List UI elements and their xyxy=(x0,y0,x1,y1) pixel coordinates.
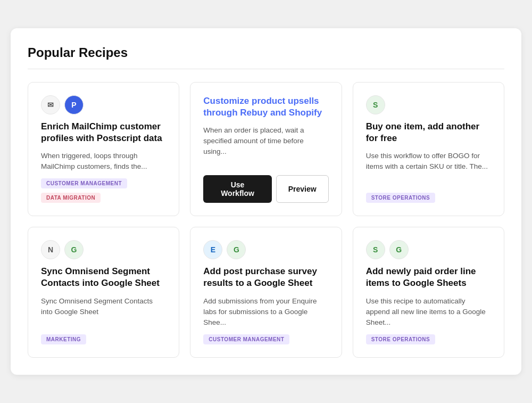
card-tags: MARKETING xyxy=(41,334,166,344)
card-description: Add submissions from your Enquire labs f… xyxy=(203,296,328,328)
card-icon-1: ✉ xyxy=(41,95,60,114)
use-workflow-button[interactable]: Use Workflow xyxy=(203,175,271,203)
card-title: Customize product upsells through Rebuy … xyxy=(203,95,328,119)
recipe-card-3[interactable]: SBuy one item, add another for freeUse t… xyxy=(353,82,504,217)
card-icon-2: P xyxy=(64,95,84,114)
card-icon-2: G xyxy=(227,240,246,259)
card-tags: STORE OPERATIONS xyxy=(366,193,491,203)
recipe-card-4[interactable]: NGSync Omnisend Segment Contacts into Go… xyxy=(28,227,179,358)
recipe-card-5[interactable]: EGAdd post purchase survey results to a … xyxy=(190,227,342,358)
recipes-grid: ✉PEnrich MailChimp customer profiles wit… xyxy=(28,82,504,358)
card-tag: STORE OPERATIONS xyxy=(366,334,435,344)
card-title: Enrich MailChimp customer profiles with … xyxy=(41,121,166,144)
card-tag: DATA MIGRATION xyxy=(41,193,101,203)
card-tag: MARKETING xyxy=(41,334,86,344)
card-icon-1: N xyxy=(41,240,60,259)
card-title: Buy one item, add another for free xyxy=(366,121,491,144)
card-tag: STORE OPERATIONS xyxy=(366,193,435,203)
card-description: When an order is placed, wait a specifie… xyxy=(203,125,328,165)
page-title: Popular Recipes xyxy=(28,45,504,60)
card-description: Use this recipe to automatically append … xyxy=(366,296,491,328)
card-icon-2: G xyxy=(64,240,84,259)
recipe-card-2[interactable]: Customize product upsells through Rebuy … xyxy=(190,82,342,217)
recipe-card-6[interactable]: SGAdd newly paid order line items to Goo… xyxy=(353,227,504,358)
card-title: Add post purchase survey results to a Go… xyxy=(203,266,328,289)
card-icons: EG xyxy=(203,240,328,259)
card-tag: CUSTOMER MANAGEMENT xyxy=(41,178,127,188)
divider xyxy=(28,69,504,69)
card-tags: CUSTOMER MANAGEMENTDATA MIGRATION xyxy=(41,178,166,203)
card-tag: CUSTOMER MANAGEMENT xyxy=(203,334,289,344)
card-icons: NG xyxy=(41,240,166,259)
card-title: Sync Omnisend Segment Contacts into Goog… xyxy=(41,266,166,289)
card-description: When triggered, loops through MailChimp … xyxy=(41,151,166,172)
preview-button[interactable]: Preview xyxy=(276,175,329,203)
card-actions: Use WorkflowPreview xyxy=(203,175,328,203)
card-icons: ✉P xyxy=(41,95,166,114)
main-container: Popular Recipes ✉PEnrich MailChimp custo… xyxy=(11,28,521,375)
card-description: Sync Omnisend Segment Contacts into Goog… xyxy=(41,296,166,328)
card-icon-1: S xyxy=(366,240,385,259)
card-title: Add newly paid order line items to Googl… xyxy=(366,266,491,289)
card-tags: STORE OPERATIONS xyxy=(366,334,491,344)
recipe-card-1[interactable]: ✉PEnrich MailChimp customer profiles wit… xyxy=(28,82,179,217)
card-icon-1: S xyxy=(366,95,385,114)
card-icon-1: E xyxy=(203,240,222,259)
card-icons: SG xyxy=(366,240,491,259)
card-icons: S xyxy=(366,95,491,114)
card-tags: CUSTOMER MANAGEMENT xyxy=(203,334,328,344)
card-description: Use this workflow to offer BOGO for item… xyxy=(366,151,491,187)
card-icon-2: G xyxy=(389,240,409,259)
